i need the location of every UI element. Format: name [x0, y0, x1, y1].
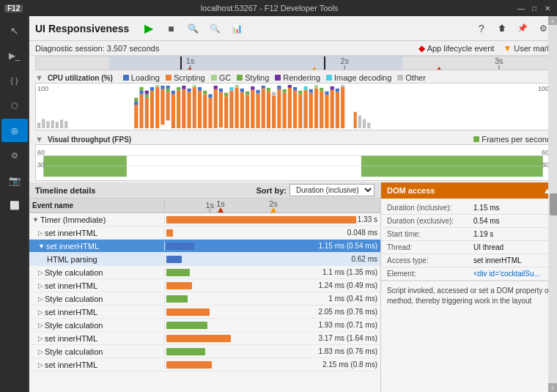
page-title: UI Responsiveness [35, 23, 129, 34]
svg-rect-25 [145, 95, 149, 98]
svg-rect-98 [336, 92, 339, 128]
sidebar-item-profiler[interactable]: ⚙ [1, 144, 28, 167]
fps-chart-row: ▼ Visual throughput (FPS) Frames per sec… [29, 133, 557, 182]
sidebar-item-debugger[interactable]: { } [1, 69, 28, 92]
sidebar-item-cursor[interactable]: ↖ [1, 19, 28, 42]
help-button[interactable]: ? [473, 21, 490, 37]
sort-by-control: Sort by: Duration (inclusive) [256, 184, 375, 196]
svg-rect-77 [277, 86, 281, 89]
close-button[interactable]: ✕ [542, 3, 553, 13]
table-row[interactable]: ▷ set innerHTML 2.15 ms (0.8 ms) [29, 358, 380, 371]
events-list[interactable]: ▼ Timer (Immediate) 1.33 s ▷ set innerHT… [29, 213, 380, 392]
svg-rect-68 [256, 94, 259, 128]
svg-rect-55 [219, 89, 223, 92]
f12-label: F12 [4, 4, 23, 12]
fps-y30-left: 30 [37, 161, 45, 169]
zoom-out-button[interactable]: 🔍 [207, 21, 223, 37]
minimize-button[interactable]: — [516, 3, 526, 13]
svg-rect-15 [56, 122, 59, 128]
svg-rect-100 [341, 87, 344, 128]
top-timeline-ruler: 1s 2s 3s [35, 56, 551, 70]
play-button[interactable]: ▶ [141, 21, 157, 37]
sidebar-item-ui-responsiveness[interactable]: ◎ [1, 119, 28, 142]
sort-select[interactable]: Duration (inclusive) [289, 184, 375, 196]
svg-rect-50 [208, 97, 212, 128]
svg-rect-75 [272, 92, 276, 96]
table-row[interactable]: HTML parsing 0.62 ms [29, 253, 380, 266]
svg-rect-94 [325, 95, 328, 129]
table-row[interactable]: ▼ set innerHTML 1.15 ms (0.54 ms) [29, 240, 380, 253]
svg-rect-83 [293, 87, 297, 91]
svg-rect-88 [309, 93, 313, 128]
svg-rect-92 [320, 92, 323, 128]
fps-legend: Frames per second [473, 135, 551, 144]
svg-rect-61 [235, 85, 239, 88]
dom-prop-element: Element: <div id='cocktailSu... [381, 267, 557, 281]
svg-rect-16 [60, 119, 63, 128]
export-button[interactable]: 🡅 [494, 21, 510, 37]
svg-rect-22 [139, 91, 143, 95]
dom-scroll-thumb[interactable] [550, 193, 557, 215]
dom-panel-title: DOM access [387, 186, 435, 195]
cpu-chart-row: ▼ CPU utilization (%) Loading Scripting … [29, 72, 557, 132]
dom-access-panel: DOM access ▲ Duration (inclusive): 1.15 … [381, 182, 557, 392]
svg-rect-27 [150, 91, 154, 128]
svg-rect-32 [161, 86, 164, 89]
user-mark-legend: ▼ User mark [503, 43, 551, 53]
dom-prop-start-time: Start time: 1.19 s [381, 228, 557, 241]
svg-rect-104 [363, 119, 366, 128]
maximize-button[interactable]: □ [529, 3, 539, 13]
svg-rect-62 [240, 92, 244, 128]
svg-rect-35 [166, 86, 170, 89]
dom-scroll-down-btn[interactable]: ▼ [548, 383, 557, 392]
table-row[interactable]: ▷ Style calculation 1.93 ms (0.71 ms) [29, 319, 380, 332]
sidebar-item-console[interactable]: ▶_ [1, 44, 28, 67]
svg-rect-96 [331, 90, 334, 128]
svg-rect-11 [37, 122, 40, 128]
sidebar-item-network[interactable]: ⬡ [1, 94, 28, 117]
svg-rect-41 [182, 86, 185, 89]
timeline-details-panel: Timeline details Sort by: Duration (incl… [29, 182, 381, 392]
sidebar-item-emulation[interactable]: ⬜ [1, 193, 28, 217]
svg-rect-63 [240, 89, 244, 92]
table-row[interactable]: ▷ set innerHTML 1.24 ms (0.49 ms) [29, 279, 380, 292]
svg-rect-49 [203, 91, 207, 95]
fps-collapse-icon[interactable]: ▼ [35, 135, 43, 144]
dom-panel-scrollbar[interactable]: ▲ ▼ [548, 182, 557, 392]
bottom-panels: Timeline details Sort by: Duration (incl… [29, 182, 557, 392]
sidebar-item-memory[interactable]: 📷 [1, 169, 28, 192]
svg-rect-93 [320, 88, 323, 92]
cpu-yaxis-top-left: 100 [37, 85, 48, 92]
table-row[interactable]: ▷ Style calculation 1.1 ms (1.35 ms) [29, 266, 380, 279]
col-timeline: 1s 1s 2s [165, 199, 380, 212]
cpu-chart-body: 100 100 /* bars rendered below */ [35, 83, 551, 130]
table-row[interactable]: ▼ Timer (Immediate) 1.33 s [29, 213, 380, 226]
svg-rect-51 [208, 95, 212, 98]
svg-rect-46 [198, 91, 202, 128]
pin-button[interactable]: 📌 [514, 21, 531, 37]
zoom-in-button[interactable]: 🔍 [185, 21, 201, 37]
table-row[interactable]: ▷ set innerHTML 0.048 ms [29, 226, 380, 240]
stop-button[interactable]: ■ [163, 21, 179, 37]
svg-rect-37 [171, 91, 175, 95]
table-row[interactable]: ▷ set innerHTML 3.17 ms (1.64 ms) [29, 332, 380, 345]
svg-rect-21 [139, 95, 143, 129]
sort-by-label: Sort by: [256, 186, 287, 195]
svg-rect-60 [235, 88, 239, 128]
svg-rect-40 [182, 89, 185, 128]
cpu-collapse-icon[interactable]: ▼ [35, 73, 43, 82]
svg-rect-64 [246, 95, 249, 129]
chart-button[interactable]: 📊 [229, 21, 245, 37]
table-row[interactable]: ▷ Style calculation 1.83 ms (0.76 ms) [29, 345, 380, 358]
svg-rect-43 [187, 89, 191, 92]
svg-rect-52 [214, 89, 218, 128]
svg-rect-53 [214, 86, 218, 89]
svg-text:3s: 3s [495, 56, 503, 65]
svg-rect-79 [283, 89, 287, 93]
table-row[interactable]: ▷ Style calculation 1 ms (0.41 ms) [29, 292, 380, 306]
fps-chart-body: 60 30 60 30 [35, 144, 551, 181]
svg-rect-14 [51, 120, 54, 128]
svg-rect-26 [145, 91, 149, 95]
svg-rect-76 [277, 89, 281, 128]
table-row[interactable]: ▷ set innerHTML 2.05 ms (0.76 ms) [29, 306, 380, 319]
